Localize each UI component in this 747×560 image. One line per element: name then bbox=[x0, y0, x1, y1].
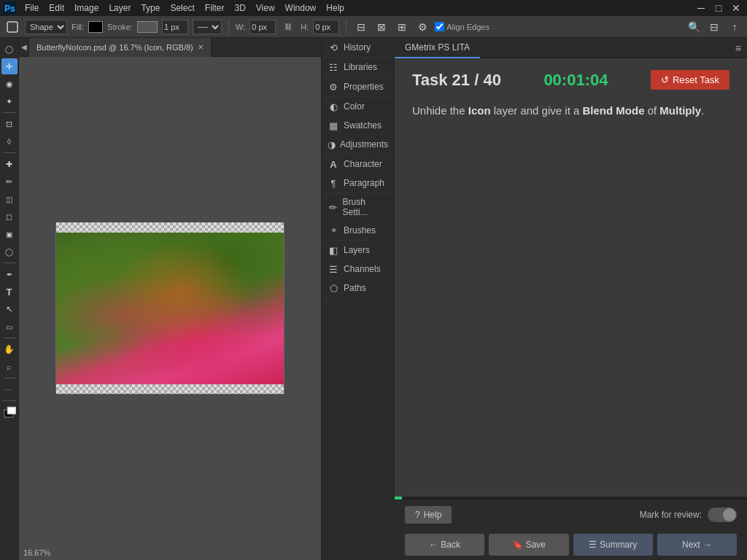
reset-task-button[interactable]: ↺ Reset Task bbox=[651, 70, 729, 90]
panel-section-layers: ◧ Layers ☰ Channels ⬠ Paths bbox=[322, 241, 394, 298]
keyword-blend-mode: Blend Mode bbox=[582, 104, 644, 117]
search-icon[interactable]: 🔍 bbox=[686, 19, 702, 35]
gmetrix-tab[interactable]: GMetrix PS LITA bbox=[395, 38, 480, 58]
menu-edit[interactable]: Edit bbox=[44, 1, 69, 15]
menu-type[interactable]: Type bbox=[136, 1, 164, 15]
menu-layer[interactable]: Layer bbox=[104, 1, 135, 15]
next-button[interactable]: Next → bbox=[657, 534, 737, 556]
tool-pen-btn[interactable]: ✒ bbox=[1, 266, 18, 282]
stroke-color[interactable] bbox=[137, 21, 158, 33]
workspace-icon[interactable]: ⊟ bbox=[706, 19, 722, 35]
menu-image[interactable]: Image bbox=[70, 1, 103, 15]
panel-swatches[interactable]: ▦ Swatches bbox=[322, 116, 394, 135]
tool-crop-btn[interactable]: ⊡ bbox=[1, 116, 18, 132]
panel-brush-settings[interactable]: ✏ Brush Setti... bbox=[322, 193, 394, 221]
butterfly-canvas bbox=[55, 233, 285, 384]
menu-3d[interactable]: 3D bbox=[230, 1, 249, 15]
summary-button[interactable]: ☰ Summary bbox=[573, 534, 653, 556]
canvas-area: ◀ ButterflyNoIcon.psd @ 16.7% (Icon, RGB… bbox=[19, 38, 321, 560]
tool-move-btn[interactable]: ✛ bbox=[1, 58, 18, 74]
panel-paragraph[interactable]: ¶ Paragraph bbox=[322, 174, 394, 192]
menu-help[interactable]: Help bbox=[322, 1, 349, 15]
tool-type-btn[interactable]: T bbox=[1, 284, 18, 300]
tool-zoom-btn[interactable]: ⌕ bbox=[1, 359, 18, 375]
main-layout: ◯ ✛ ◉ ✦ ⊡ ◊ ✚ ✏ ◫ ◻ ▣ ◯ ✒ T ↖ ▭ ✋ ⌕ ··· … bbox=[0, 38, 747, 560]
menu-window[interactable]: Window bbox=[281, 1, 321, 15]
left-toolbar: ◯ ✛ ◉ ✦ ⊡ ◊ ✚ ✏ ◫ ◻ ▣ ◯ ✒ T ↖ ▭ ✋ ⌕ ··· bbox=[0, 38, 19, 560]
minimize-btn[interactable]: ─ bbox=[693, 0, 709, 16]
paragraph-label: Paragraph bbox=[344, 178, 384, 188]
align-edges-checkbox[interactable] bbox=[435, 22, 444, 31]
align-center-icon[interactable]: ⊠ bbox=[374, 19, 390, 35]
save-label: Save bbox=[526, 540, 546, 550]
foreground-color-btn[interactable] bbox=[1, 404, 18, 420]
tool-shape-btn[interactable]: ◯ bbox=[1, 41, 18, 57]
menu-view[interactable]: View bbox=[252, 1, 279, 15]
tool-magic-wand-btn[interactable]: ✦ bbox=[1, 93, 18, 109]
settings-icon[interactable]: ⚙ bbox=[414, 19, 430, 35]
tool-hand-btn[interactable]: ✋ bbox=[1, 341, 18, 357]
tool-clone-btn[interactable]: ◫ bbox=[1, 191, 18, 207]
panel-brushes[interactable]: ⌖ Brushes bbox=[322, 221, 394, 240]
tool-path-selection-btn[interactable]: ↖ bbox=[1, 301, 18, 317]
history-icon: ⟲ bbox=[328, 42, 339, 53]
shape-select[interactable]: Shape bbox=[25, 20, 67, 34]
tool-shapes-btn[interactable]: ▭ bbox=[1, 319, 18, 335]
summary-label: Summary bbox=[600, 540, 637, 550]
width-input[interactable] bbox=[249, 20, 276, 34]
align-left-icon[interactable]: ⊟ bbox=[353, 19, 369, 35]
panel-channels[interactable]: ☰ Channels bbox=[322, 260, 394, 279]
tool-brush-btn[interactable]: ✏ bbox=[1, 174, 18, 190]
tool-healing-btn[interactable]: ✚ bbox=[1, 156, 18, 172]
panel-section-character: A Character ¶ Paragraph bbox=[322, 155, 394, 193]
panel-layers[interactable]: ◧ Layers bbox=[322, 241, 394, 260]
paths-icon: ⬠ bbox=[328, 282, 339, 294]
fill-label: Fill: bbox=[71, 23, 84, 31]
tool-sep5 bbox=[3, 378, 16, 378]
menu-bar: Ps File Edit Image Layer Type Select Fil… bbox=[0, 0, 747, 16]
tool-gradient-btn[interactable]: ▣ bbox=[1, 226, 18, 242]
canvas-content[interactable]: 16.67% bbox=[19, 57, 321, 560]
file-tab[interactable]: ButterflyNoIcon.psd @ 16.7% (Icon, RGB/8… bbox=[29, 38, 212, 57]
collapse-icon[interactable]: ◀ bbox=[19, 38, 29, 57]
stroke-width-input[interactable] bbox=[162, 20, 188, 34]
panel-properties[interactable]: ⚙ Properties bbox=[322, 77, 394, 96]
tool-eyedropper-btn[interactable]: ◊ bbox=[1, 133, 18, 149]
panel-history[interactable]: ⟲ History bbox=[322, 38, 394, 57]
help-button[interactable]: ? Help bbox=[405, 506, 452, 524]
canvas-wrapper bbox=[55, 222, 285, 394]
close-tab-icon[interactable]: ✕ bbox=[198, 43, 204, 51]
tool-sep2 bbox=[3, 152, 16, 153]
toggle-knob bbox=[723, 508, 736, 521]
menu-file[interactable]: File bbox=[20, 1, 43, 15]
panel-color[interactable]: ◐ Color bbox=[322, 97, 394, 116]
arrange-icon[interactable]: ⊞ bbox=[394, 19, 410, 35]
next-icon: → bbox=[703, 540, 712, 550]
brushes-label: Brushes bbox=[344, 225, 376, 236]
menu-select[interactable]: Select bbox=[166, 1, 198, 15]
character-icon: A bbox=[328, 158, 339, 170]
task-title: Task 21 / 40 bbox=[412, 71, 501, 90]
tool-eraser-btn[interactable]: ◻ bbox=[1, 209, 18, 225]
panel-libraries[interactable]: ☷ Libraries bbox=[322, 58, 394, 77]
close-btn[interactable]: ✕ bbox=[728, 0, 744, 16]
restore-btn[interactable]: □ bbox=[711, 0, 727, 16]
stroke-type-select[interactable]: ── bbox=[193, 20, 222, 34]
panel-adjustments[interactable]: ◑ Adjustments bbox=[322, 135, 394, 154]
panel-paths[interactable]: ⬠ Paths bbox=[322, 279, 394, 298]
properties-icon: ⚙ bbox=[328, 81, 339, 93]
fill-color[interactable] bbox=[88, 21, 103, 33]
gmetrix-menu-icon[interactable]: ≡ bbox=[729, 42, 747, 54]
tool-lasso-btn[interactable]: ◉ bbox=[1, 76, 18, 92]
mark-review-toggle[interactable] bbox=[708, 508, 737, 522]
link-icon[interactable]: ⛓ bbox=[280, 19, 296, 35]
back-button[interactable]: ← Back bbox=[405, 534, 484, 556]
tool-more-btn[interactable]: ··· bbox=[1, 381, 18, 397]
save-button[interactable]: 🔖 Save bbox=[489, 534, 568, 556]
share-icon[interactable]: ↑ bbox=[727, 19, 743, 35]
height-input[interactable] bbox=[313, 20, 339, 34]
gmetrix-tab-bar: GMetrix PS LITA ≡ bbox=[395, 38, 747, 58]
panel-character[interactable]: A Character bbox=[322, 155, 394, 174]
tool-blur-btn[interactable]: ◯ bbox=[1, 244, 18, 260]
menu-filter[interactable]: Filter bbox=[201, 1, 229, 15]
